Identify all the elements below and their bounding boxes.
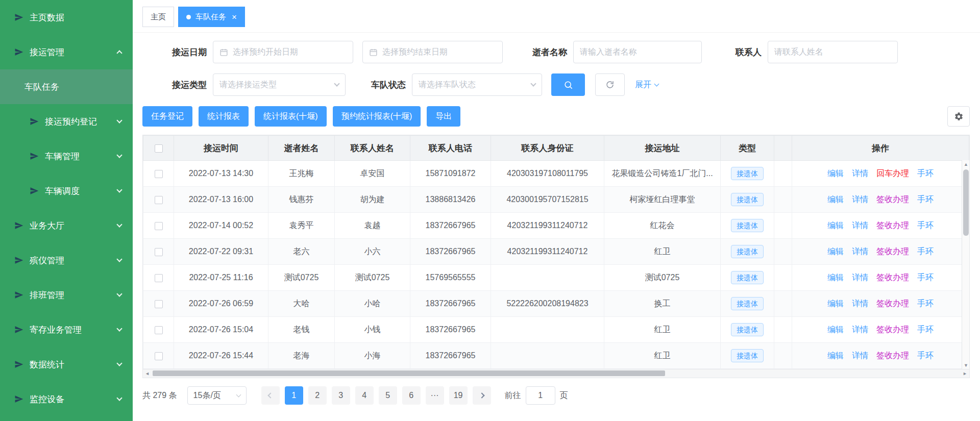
deceased-name-field[interactable] <box>580 47 695 57</box>
action-edit-link[interactable]: 编辑 <box>827 221 844 230</box>
row-checkbox[interactable] <box>155 274 163 282</box>
row-checkbox[interactable] <box>155 222 163 230</box>
action-detail-link[interactable]: 详情 <box>852 273 868 282</box>
refresh-button[interactable] <box>595 73 625 96</box>
action-wristband-link[interactable]: 手环 <box>917 169 934 178</box>
action-sign-link[interactable]: 签收办理 <box>876 247 909 256</box>
page-button-6[interactable]: 6 <box>402 386 421 405</box>
tab-fleet-tasks[interactable]: 车队任务 × <box>178 7 245 27</box>
date-start-input[interactable] <box>213 41 353 63</box>
action-sign-link[interactable]: 签收办理 <box>876 351 909 360</box>
sidebar-item-label: 车辆管理 <box>45 151 80 162</box>
toolbar-button-1[interactable]: 统计报表 <box>199 106 249 127</box>
sidebar-item[interactable]: 业务大厅 <box>0 208 133 243</box>
action-detail-link[interactable]: 详情 <box>852 325 868 334</box>
horizontal-scrollbar[interactable]: ◄ ► <box>142 369 970 378</box>
next-page-button[interactable] <box>473 386 491 405</box>
action-wristband-link[interactable]: 手环 <box>917 273 934 282</box>
toolbar-button-4[interactable]: 导出 <box>427 106 460 127</box>
tab-home[interactable]: 主页 <box>142 7 174 27</box>
action-wristband-link[interactable]: 手环 <box>917 325 934 334</box>
scroll-down-icon[interactable]: ▼ <box>962 361 970 369</box>
contact-name-input[interactable] <box>768 41 898 63</box>
action-sign-link[interactable]: 签收办理 <box>876 221 909 230</box>
transfer-type-select[interactable]: 请选择接运类型 <box>213 73 346 96</box>
page-button-1[interactable]: 1 <box>285 386 303 405</box>
action-sign-link[interactable]: 签收办理 <box>876 299 909 308</box>
column-header <box>774 136 792 161</box>
sidebar-item[interactable]: 车辆调度 <box>0 174 133 208</box>
toolbar-button-2[interactable]: 统计报表(十堰) <box>255 106 327 127</box>
row-checkbox[interactable] <box>155 352 163 360</box>
action-edit-link[interactable]: 编辑 <box>827 325 844 334</box>
sidebar-item[interactable]: 数据统计 <box>0 347 133 382</box>
date-end-field[interactable] <box>382 47 496 57</box>
action-sign-link[interactable]: 签收办理 <box>876 195 909 204</box>
action-wristband-link[interactable]: 手环 <box>917 221 934 230</box>
action-detail-link[interactable]: 详情 <box>852 247 868 256</box>
prev-page-button[interactable] <box>261 386 280 405</box>
row-checkbox[interactable] <box>155 248 163 256</box>
action-wristband-link[interactable]: 手环 <box>917 195 934 204</box>
contact-name-field[interactable] <box>774 47 891 57</box>
date-start-field[interactable] <box>233 47 347 57</box>
sidebar-item[interactable]: 监控设备 <box>0 382 133 416</box>
expand-label: 展开 <box>635 80 651 90</box>
action-wristband-link[interactable]: 手环 <box>917 247 934 256</box>
page-size-select[interactable]: 15条/页 <box>187 386 247 405</box>
action-edit-link[interactable]: 编辑 <box>827 299 844 308</box>
close-icon[interactable]: × <box>232 13 237 21</box>
page-button-4[interactable]: 4 <box>355 386 374 405</box>
action-edit-link[interactable]: 编辑 <box>827 195 844 204</box>
action-detail-link[interactable]: 详情 <box>852 221 868 230</box>
action-edit-link[interactable]: 编辑 <box>827 273 844 282</box>
action-edit-link[interactable]: 编辑 <box>827 351 844 360</box>
scroll-left-icon[interactable]: ◄ <box>143 369 152 377</box>
action-sign-link[interactable]: 签收办理 <box>876 325 909 334</box>
action-edit-link[interactable]: 编辑 <box>827 169 844 178</box>
action-wristband-link[interactable]: 手环 <box>917 351 934 360</box>
sidebar-item[interactable]: 接运预约登记 <box>0 104 133 139</box>
toolbar-button-0[interactable]: 任务登记 <box>142 106 192 127</box>
date-end-input[interactable] <box>362 41 503 63</box>
vertical-scrollbar[interactable]: ▲ ▼ <box>962 160 969 369</box>
vertical-scroll-thumb[interactable] <box>963 169 969 236</box>
sidebar-item[interactable]: 排班管理 <box>0 278 133 312</box>
action-edit-link[interactable]: 编辑 <box>827 247 844 256</box>
row-checkbox[interactable] <box>155 326 163 334</box>
sidebar-item[interactable]: 寄存业务管理 <box>0 312 133 347</box>
sidebar-item[interactable]: 车辆管理 <box>0 139 133 174</box>
action-detail-link[interactable]: 详情 <box>852 169 868 178</box>
action-return-car-link[interactable]: 回车办理 <box>876 169 909 178</box>
fleet-status-select[interactable]: 请选择车队状态 <box>412 73 542 96</box>
sidebar-item[interactable]: 主页数据 <box>0 0 133 35</box>
row-checkbox[interactable] <box>155 300 163 308</box>
toolbar-button-3[interactable]: 预约统计报表(十堰) <box>333 106 421 127</box>
action-sign-link[interactable]: 签收办理 <box>876 273 909 282</box>
page-button-3[interactable]: 3 <box>332 386 350 405</box>
select-all-checkbox[interactable] <box>155 144 163 153</box>
action-detail-link[interactable]: 详情 <box>852 299 868 308</box>
sidebar-item[interactable]: 殡仪管理 <box>0 243 133 278</box>
column-settings-button[interactable] <box>947 106 970 127</box>
action-detail-link[interactable]: 详情 <box>852 195 868 204</box>
row-checkbox[interactable] <box>155 170 163 178</box>
sidebar-item[interactable]: 车队任务 <box>0 69 133 104</box>
scroll-right-icon[interactable]: ► <box>961 369 969 377</box>
pager-ellipsis[interactable]: ··· <box>426 386 444 405</box>
deceased-name-input[interactable] <box>573 41 702 63</box>
main-area: 主页 车队任务 × 接运日期 <box>133 0 980 421</box>
horizontal-scroll-thumb[interactable] <box>153 370 665 376</box>
expand-filters-link[interactable]: 展开 <box>635 80 658 90</box>
page-button-2[interactable]: 2 <box>308 386 327 405</box>
page-button-19[interactable]: 19 <box>449 386 468 405</box>
page-button-5[interactable]: 5 <box>379 386 397 405</box>
action-wristband-link[interactable]: 手环 <box>917 299 934 308</box>
scroll-up-icon[interactable]: ▲ <box>962 160 970 168</box>
row-checkbox[interactable] <box>155 196 163 204</box>
cell-contact: 测试0725 <box>335 265 410 291</box>
search-button[interactable] <box>551 73 585 96</box>
goto-page-input[interactable] <box>526 386 555 405</box>
action-detail-link[interactable]: 详情 <box>852 351 868 360</box>
sidebar-item[interactable]: 接运管理 <box>0 35 133 69</box>
